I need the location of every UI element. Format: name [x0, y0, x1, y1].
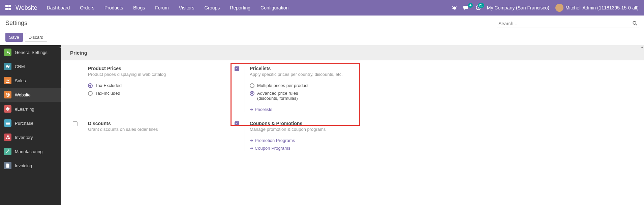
boxes-icon [4, 134, 11, 141]
main-area: ▲ ▲ General Settings CRM Sales Website [0, 45, 644, 205]
menu-groups[interactable]: Groups [204, 5, 220, 10]
radio-label: Tax-Excluded [95, 83, 122, 88]
sidebar-item-sales[interactable]: Sales [0, 74, 61, 88]
radio-tax-included[interactable]: Tax-Included [88, 91, 228, 96]
activity-icon[interactable]: 21 [476, 5, 481, 10]
radio-icon [250, 83, 254, 88]
activity-badge: 21 [478, 3, 484, 8]
setting-desc: Manage promotion & coupon programs [250, 127, 390, 132]
radio-tax-excluded[interactable]: Tax-Excluded [88, 83, 228, 88]
user-menu[interactable]: Mitchell Admin (11181395-15-0-all) [555, 4, 639, 12]
scroll-up-icon[interactable]: ▲ [641, 45, 644, 49]
svg-rect-19 [6, 138, 7, 139]
radio-label: Tax-Included [95, 91, 120, 96]
avatar [555, 4, 563, 12]
sidebar-item-label: Purchase [15, 121, 33, 126]
sidebar-item-label: eLearning [15, 107, 34, 112]
menu-products[interactable]: Products [104, 5, 123, 10]
setting-desc: Product prices displaying in web catalog [88, 72, 228, 77]
arrow-right-icon: ➔ [250, 146, 253, 151]
sidebar-item-label: Sales [15, 78, 26, 83]
menu-orders[interactable]: Orders [80, 5, 94, 10]
chat-icon[interactable]: 4 [463, 5, 469, 10]
arrow-right-icon: ➔ [250, 138, 253, 143]
checkbox-discounts[interactable] [73, 121, 78, 126]
sidebar-item-purchase[interactable]: Purchase [0, 116, 61, 130]
setting-desc: Apply specific prices per country, disco… [250, 72, 390, 77]
search-icon[interactable] [633, 21, 637, 27]
link-promotion-programs[interactable]: ➔ Promotion Programs [250, 138, 390, 143]
sidebar-item-manufacturing[interactable]: Manufacturing [0, 144, 61, 158]
sidebar-item-label: Manufacturing [15, 149, 42, 154]
sidebar-item-label: Invoicing [15, 163, 32, 168]
radio-icon [250, 91, 254, 96]
handshake-icon [4, 63, 11, 70]
apps-icon[interactable] [5, 5, 11, 11]
svg-rect-1 [8, 5, 11, 7]
sidebar-item-website[interactable]: Website [0, 88, 61, 102]
radio-label: Multiple prices per product [257, 83, 308, 88]
search-wrap [497, 20, 639, 28]
sidebar-item-general[interactable]: General Settings [0, 45, 61, 59]
chart-icon [4, 77, 11, 84]
page-title: Settings [5, 20, 27, 27]
sidebar-item-invoicing[interactable]: Invoicing [0, 158, 61, 173]
graduation-icon [4, 105, 11, 113]
svg-point-4 [453, 7, 456, 10]
setting-title: Discounts [88, 121, 228, 126]
link-pricelists[interactable]: ➔ Pricelists [250, 107, 390, 112]
checkbox-coupons[interactable] [235, 121, 239, 126]
setting-desc: Grant discounts on sales order lines [88, 127, 228, 132]
control-bar: Settings Save Discard [0, 16, 644, 42]
svg-point-11 [633, 21, 636, 24]
link-label: Pricelists [255, 107, 272, 112]
svg-line-6 [452, 6, 453, 7]
sidebar-item-crm[interactable]: CRM [0, 59, 61, 74]
settings-sidebar: General Settings CRM Sales Website eLear… [0, 45, 61, 205]
menu-configuration[interactable]: Configuration [260, 5, 288, 10]
setting-title: Coupons & Promotions [250, 121, 390, 126]
checkbox-pricelists[interactable] [235, 66, 239, 71]
sidebar-item-label: General Settings [15, 50, 48, 55]
topbar-right: 4 21 My Company (San Francisco) Mitchell… [452, 4, 639, 12]
discard-button[interactable]: Discard [25, 33, 47, 42]
sidebar-item-label: Inventory [15, 135, 33, 140]
svg-rect-18 [7, 136, 8, 137]
svg-rect-0 [5, 5, 8, 7]
menu-visitors[interactable]: Visitors [179, 5, 194, 10]
link-coupon-programs[interactable]: ➔ Coupon Programs [250, 146, 390, 151]
settings-content: Pricing Product Prices Product prices di… [61, 45, 644, 205]
svg-rect-20 [8, 138, 10, 139]
chat-badge: 4 [468, 3, 473, 8]
sidebar-item-label: CRM [15, 64, 25, 69]
save-button[interactable]: Save [5, 33, 23, 42]
link-label: Coupon Programs [255, 146, 290, 151]
debug-icon[interactable] [452, 5, 457, 10]
search-input[interactable] [497, 20, 639, 28]
svg-rect-3 [8, 8, 11, 10]
company-selector[interactable]: My Company (San Francisco) [487, 5, 549, 10]
svg-line-7 [456, 6, 457, 7]
sidebar-scroll-up-icon[interactable]: ▲ [59, 46, 62, 49]
gear-icon [4, 49, 11, 56]
radio-advanced-rules[interactable]: Advanced price rules (discounts, formula… [250, 91, 390, 101]
setting-title: Pricelists [250, 66, 390, 71]
setting-discounts: Discounts Grant discounts on sales order… [73, 121, 235, 151]
radio-label: Advanced price rules (discounts, formula… [257, 91, 298, 101]
credit-card-icon [4, 119, 11, 127]
user-name: Mitchell Admin (11181395-15-0-all) [565, 5, 639, 10]
radio-multiple-prices[interactable]: Multiple prices per product [250, 83, 390, 88]
sidebar-item-elearning[interactable]: eLearning [0, 102, 61, 116]
svg-rect-16 [6, 122, 10, 125]
setting-product-prices: Product Prices Product prices displaying… [73, 66, 235, 112]
menu-dashboard[interactable]: Dashboard [47, 5, 70, 10]
menu-blogs[interactable]: Blogs [133, 5, 145, 10]
wrench-icon [4, 148, 11, 155]
setting-title: Product Prices [88, 66, 228, 71]
menu-forum[interactable]: Forum [155, 5, 168, 10]
menu-reporting[interactable]: Reporting [230, 5, 250, 10]
radio-icon [88, 91, 93, 96]
svg-rect-2 [5, 8, 8, 10]
brand-title[interactable]: Website [16, 4, 37, 11]
sidebar-item-inventory[interactable]: Inventory [0, 130, 61, 144]
